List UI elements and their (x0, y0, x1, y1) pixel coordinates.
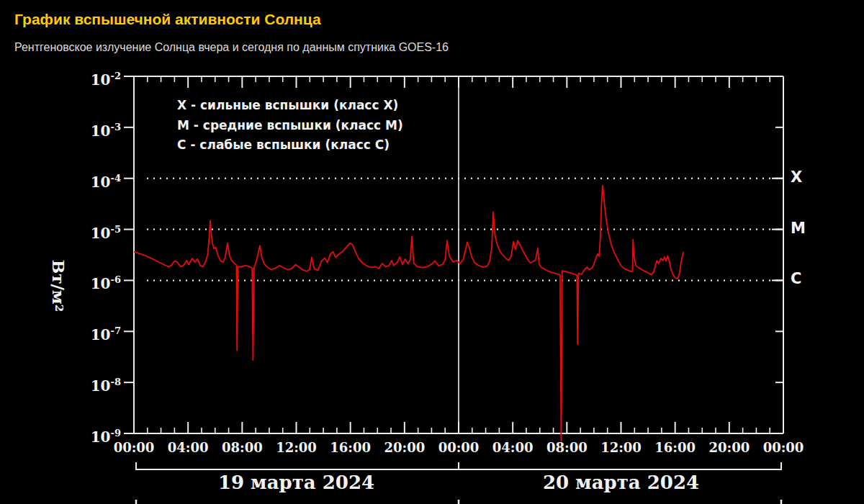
class-label-C: C (791, 270, 801, 287)
x-tick-label: 00:00 (756, 440, 811, 455)
y-tick-label: 10-5 (60, 220, 121, 240)
class-label-M: M (791, 220, 806, 237)
y-tick-label: 10-7 (60, 321, 121, 341)
legend-item: X - сильные вспышки (класс X) (177, 96, 403, 116)
y-tick-label: 10-3 (60, 117, 121, 138)
y-tick-label: 10-6 (60, 270, 121, 290)
legend: X - сильные вспышки (класс X)M - средние… (177, 96, 403, 156)
legend-item: M - средние вспышки (класс M) (177, 116, 403, 136)
x-tick-label: 00:00 (107, 440, 161, 455)
date-label: 19 марта 2024 (189, 472, 405, 493)
x-tick-label: 16:00 (323, 440, 378, 455)
y-tick-label: 10-8 (60, 372, 121, 392)
x-tick-label: 00:00 (431, 440, 486, 455)
x-tick-label: 12:00 (269, 440, 324, 455)
class-label-X: X (791, 168, 802, 186)
x-tick-label: 08:00 (539, 440, 594, 455)
y-tick-label: 10-2 (60, 66, 121, 86)
y-tick-label: 10-4 (60, 168, 121, 189)
x-tick-label: 04:00 (161, 440, 215, 455)
date-label: 20 марта 2024 (513, 472, 729, 493)
chart-canvas (0, 0, 864, 504)
x-tick-label: 20:00 (377, 440, 432, 455)
xray-flux-chart: Вт/м2 10-210-310-410-510-610-710-810-9 0… (0, 0, 864, 504)
x-tick-label: 12:00 (594, 440, 649, 455)
legend-item: C - слабые вспышки (класс C) (177, 135, 403, 156)
x-tick-label: 04:00 (485, 440, 540, 455)
solar-flare-activity-page: График вспышечной активности Солнца Рент… (0, 0, 864, 504)
xray-flux-curve (134, 186, 683, 441)
x-tick-label: 20:00 (702, 440, 757, 455)
x-tick-label: 08:00 (215, 440, 269, 455)
x-tick-label: 16:00 (648, 440, 703, 455)
